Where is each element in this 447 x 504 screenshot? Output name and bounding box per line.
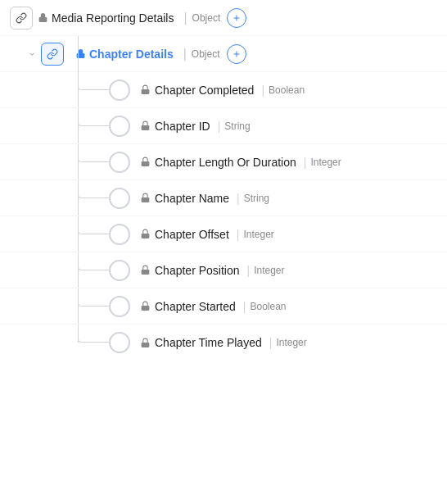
field-type-separator: | [237,192,240,205]
chapter-chevron-button[interactable] [25,47,39,61]
field-connector [78,216,109,234]
field-name: Chapter Offset [155,228,229,241]
field-connector [78,325,109,343]
field-row: Chapter Started|Boolean [0,288,447,325]
media-add-button[interactable] [227,8,246,28]
chapter-details-row: Chapter Details | Object [0,36,447,72]
chapter-lock-icon [75,48,86,59]
field-type-separator: | [261,84,264,97]
field-name: Chapter Started [155,300,236,313]
circle-node [109,296,130,317]
field-name: Chapter Name [155,192,229,205]
field-row: Chapter Position|Integer [0,252,447,288]
circle-node [109,152,130,173]
media-lock-icon [38,12,48,23]
circle-node [109,116,130,137]
field-type-separator: | [304,156,307,169]
field-connector [78,72,109,90]
field-lock-icon [140,193,151,203]
field-type-separator: | [269,336,273,349]
tree-container: Media Reporting Details | Object Chap [0,0,447,361]
fields-section: Chapter Completed|BooleanChapter ID|Stri… [0,72,447,361]
svg-rect-0 [39,17,47,22]
field-lock-icon [140,301,151,311]
field-connector [78,180,109,198]
field-connector [78,108,109,126]
field-type-separator: | [237,228,240,241]
chapter-add-button[interactable] [227,44,246,64]
field-name: Chapter Time Played [155,336,262,349]
field-type: Integer [243,229,273,240]
media-link-button[interactable] [10,7,33,30]
field-connector [78,288,109,306]
svg-rect-13 [142,342,150,347]
svg-rect-7 [142,125,150,130]
field-name: Chapter Completed [155,84,254,97]
field-type: Boolean [269,84,305,96]
chapter-add-icon [232,49,242,59]
field-lock-icon [140,265,151,275]
field-name: Chapter ID [155,120,210,133]
svg-rect-6 [142,89,150,94]
field-type: Integer [310,157,341,168]
circle-node [109,188,130,209]
media-reporting-label: Media Reporting Details [52,11,174,25]
svg-rect-12 [142,306,150,311]
field-type: String [224,120,250,132]
media-separator: | [183,11,187,25]
chevron-down-icon [28,50,36,58]
svg-rect-9 [142,198,150,202]
field-lock-icon [140,229,151,239]
field-lock-icon [140,120,151,131]
field-row: Chapter Completed|Boolean [0,72,447,108]
chapter-details-label: Chapter Details [89,48,174,61]
circle-node [109,224,130,245]
field-connector [78,144,109,162]
field-lock-icon [140,157,151,167]
circle-node [109,332,130,353]
chapter-link-button[interactable] [41,43,64,66]
field-type-separator: | [247,264,251,277]
field-type: Boolean [250,301,286,312]
svg-rect-10 [142,234,150,238]
field-name: Chapter Length Or Duration [155,156,296,169]
field-row: Chapter Length Or Duration|Integer [0,144,447,180]
field-row: Chapter Offset|Integer [0,216,447,252]
field-connector [78,252,109,270]
chapter-type-tag: Object [192,48,220,60]
field-type: Integer [254,265,284,276]
link-icon [16,12,27,24]
field-lock-icon [140,84,151,95]
field-type-separator: | [218,120,221,133]
media-reporting-row: Media Reporting Details | Object [0,0,447,36]
field-type: Integer [276,337,306,348]
media-type-tag: Object [192,12,221,24]
svg-rect-11 [142,270,150,275]
field-name: Chapter Position [155,264,240,277]
circle-node [109,260,130,281]
svg-rect-8 [142,161,150,166]
media-add-icon [232,13,242,23]
field-row: Chapter Time Played|Integer [0,325,447,361]
chapter-separator: | [183,47,187,61]
field-lock-icon [140,338,151,348]
field-row: Chapter Name|String [0,180,447,216]
field-type: String [244,193,269,204]
chapter-link-icon [47,48,58,60]
field-row: Chapter ID|String [0,108,447,144]
circle-node [109,79,130,101]
field-type-separator: | [243,300,246,313]
